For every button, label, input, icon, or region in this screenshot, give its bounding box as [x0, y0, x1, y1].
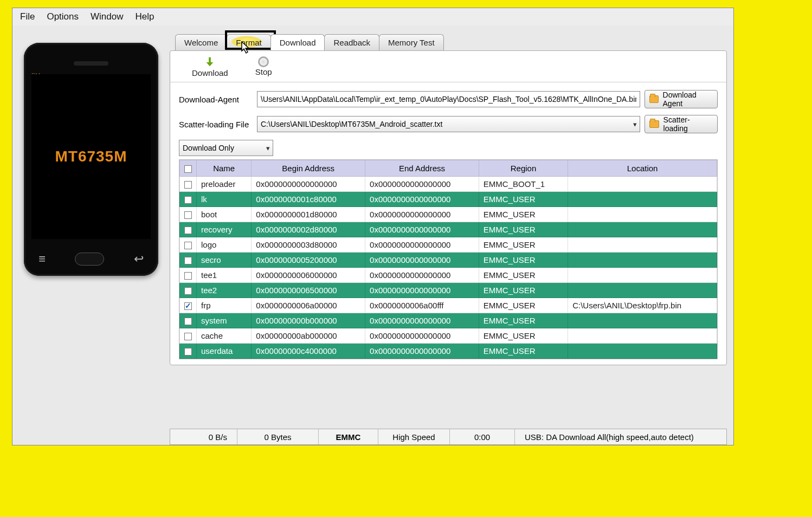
- stop-button-label: Stop: [255, 67, 272, 76]
- cell-location: [568, 283, 717, 298]
- cell-end: 0x0000000000000000: [365, 222, 479, 237]
- cell-end: 0x0000000000000000: [365, 177, 479, 192]
- menu-file[interactable]: File: [20, 11, 35, 22]
- cell-region: EMMC_USER: [479, 283, 568, 298]
- cell-location: [568, 237, 717, 253]
- cell-location: [568, 192, 717, 207]
- menu-window[interactable]: Window: [91, 11, 123, 22]
- cell-location: [568, 177, 717, 192]
- cell-location: [568, 344, 717, 359]
- status-storage: EMMC: [319, 429, 378, 444]
- cell-end: 0x0000000000000000: [365, 328, 479, 344]
- cell-name: userdata: [197, 344, 252, 359]
- cell-end: 0x0000000000000000: [365, 344, 479, 359]
- row-checkbox[interactable]: [184, 211, 192, 219]
- table-row[interactable]: logo0x0000000003d800000x0000000000000000…: [180, 237, 717, 253]
- home-button-icon: [75, 253, 104, 266]
- table-row[interactable]: system0x000000000b0000000x00000000000000…: [180, 313, 717, 328]
- row-checkbox[interactable]: [184, 348, 192, 356]
- cell-name: logo: [197, 237, 252, 253]
- tab-download[interactable]: Download: [270, 34, 325, 50]
- scatter-file-value: C:\Users\ANIL\Desktop\MT6735M_Android_sc…: [261, 120, 442, 128]
- cell-region: EMMC_USER: [479, 298, 568, 313]
- status-time: 0:00: [450, 429, 515, 444]
- download-agent-button[interactable]: Download Agent: [645, 90, 718, 108]
- cell-begin: 0x0000000001d80000: [252, 207, 365, 222]
- col-end: End Address: [365, 160, 479, 177]
- cell-location: [568, 207, 717, 222]
- download-button[interactable]: Download: [192, 56, 228, 77]
- cell-begin: 0x00000000c4000000: [252, 344, 365, 359]
- cell-name: secro: [197, 253, 252, 268]
- cell-name: tee2: [197, 283, 252, 298]
- table-row[interactable]: lk0x0000000001c800000x0000000000000000EM…: [180, 192, 717, 207]
- cell-name: lk: [197, 192, 252, 207]
- download-mode-combo[interactable]: Download Only: [179, 140, 273, 156]
- row-checkbox[interactable]: [184, 272, 192, 280]
- cell-region: EMMC_USER: [479, 328, 568, 344]
- menu-options[interactable]: Options: [47, 11, 79, 22]
- select-all-checkbox[interactable]: [184, 165, 192, 173]
- col-region: Region: [479, 160, 568, 177]
- col-name: Name: [197, 160, 252, 177]
- stop-icon: [258, 56, 269, 67]
- row-checkbox[interactable]: [184, 333, 192, 340]
- table-row[interactable]: boot0x0000000001d800000x0000000000000000…: [180, 207, 717, 222]
- row-checkbox[interactable]: [184, 257, 192, 264]
- table-row[interactable]: frp0x0000000006a000000x0000000006a00fffE…: [180, 298, 717, 313]
- cell-begin: 0x00000000ab000000: [252, 328, 365, 344]
- cell-region: EMMC_USER: [479, 253, 568, 268]
- cell-begin: 0x0000000006000000: [252, 268, 365, 283]
- cell-location: [568, 222, 717, 237]
- cell-name: cache: [197, 328, 252, 344]
- scatter-file-label: Scatter-loading File: [179, 120, 253, 129]
- scatter-loading-button[interactable]: Scatter-loading: [645, 115, 718, 133]
- chip-label: MT6735M: [55, 148, 127, 165]
- table-row[interactable]: preloader0x00000000000000000x00000000000…: [180, 177, 717, 192]
- stop-button[interactable]: Stop: [255, 56, 272, 77]
- cell-name: tee1: [197, 268, 252, 283]
- row-checkbox[interactable]: [184, 242, 192, 249]
- cell-end: 0x0000000000000000: [365, 283, 479, 298]
- cell-end: 0x0000000000000000: [365, 253, 479, 268]
- row-checkbox[interactable]: [184, 227, 192, 234]
- row-checkbox[interactable]: [184, 302, 192, 310]
- status-bytes: 0 Bytes: [237, 429, 319, 444]
- tab-format[interactable]: Format: [227, 34, 271, 50]
- cell-region: EMMC_USER: [479, 222, 568, 237]
- download-arrow-icon: [204, 56, 216, 68]
- table-row[interactable]: userdata0x00000000c40000000x000000000000…: [180, 344, 717, 359]
- tab-welcome[interactable]: Welcome: [175, 34, 227, 50]
- cell-begin: 0x0000000005200000: [252, 253, 365, 268]
- row-checkbox[interactable]: [184, 318, 192, 325]
- cell-end: 0x0000000000000000: [365, 313, 479, 328]
- back-softkey-icon: ↩: [134, 252, 144, 266]
- cell-begin: 0x0000000000000000: [252, 177, 365, 192]
- cell-name: preloader: [197, 177, 252, 192]
- tab-readback[interactable]: Readback: [324, 34, 379, 50]
- row-checkbox[interactable]: [184, 181, 192, 189]
- cell-name: recovery: [197, 222, 252, 237]
- cell-region: EMMC_USER: [479, 313, 568, 328]
- menu-help[interactable]: Help: [135, 11, 154, 22]
- row-checkbox[interactable]: [184, 287, 192, 295]
- cell-location: [568, 328, 717, 344]
- cell-location: [568, 313, 717, 328]
- tab-memory-test[interactable]: Memory Test: [379, 34, 444, 50]
- table-row[interactable]: tee20x00000000065000000x0000000000000000…: [180, 283, 717, 298]
- cell-end: 0x0000000000000000: [365, 192, 479, 207]
- partition-table: Name Begin Address End Address Region Lo…: [179, 159, 718, 359]
- status-speed: High Speed: [378, 429, 450, 444]
- download-agent-input[interactable]: [257, 91, 640, 107]
- cell-end: 0x0000000000000000: [365, 268, 479, 283]
- row-checkbox[interactable]: [184, 196, 192, 204]
- cell-end: 0x0000000000000000: [365, 237, 479, 253]
- cell-region: EMMC_BOOT_1: [479, 177, 568, 192]
- table-row[interactable]: tee10x00000000060000000x0000000000000000…: [180, 268, 717, 283]
- scatter-file-combo[interactable]: C:\Users\ANIL\Desktop\MT6735M_Android_sc…: [257, 116, 640, 132]
- table-row[interactable]: recovery0x0000000002d800000x000000000000…: [180, 222, 717, 237]
- cell-name: boot: [197, 207, 252, 222]
- table-row[interactable]: secro0x00000000052000000x000000000000000…: [180, 253, 717, 268]
- table-row[interactable]: cache0x00000000ab0000000x000000000000000…: [180, 328, 717, 344]
- cell-begin: 0x0000000002d80000: [252, 222, 365, 237]
